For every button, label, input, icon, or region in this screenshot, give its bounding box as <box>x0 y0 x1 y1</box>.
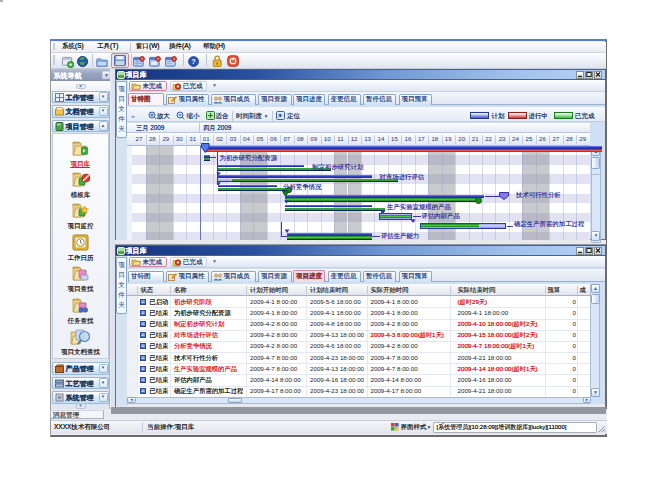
svg-text:?: ? <box>191 57 196 66</box>
